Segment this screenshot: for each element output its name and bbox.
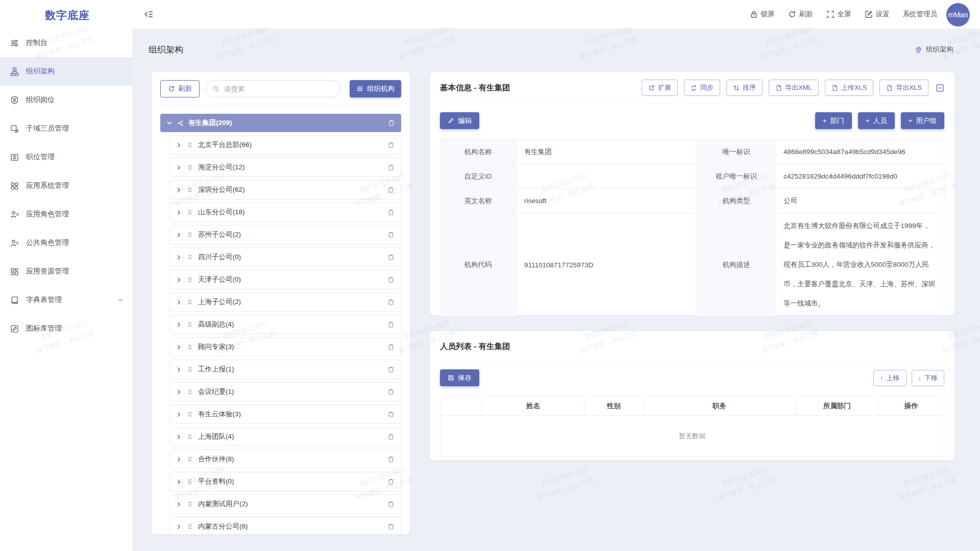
tree-node[interactable]: 北京平台总部(66)	[169, 135, 401, 155]
tree-node[interactable]: 内蒙古分公司(8)	[169, 517, 401, 534]
sidebar-item-icon-library[interactable]: 图标库管理	[0, 314, 133, 343]
tree-search-input[interactable]	[223, 85, 334, 93]
tree-node[interactable]: 海淀分公司(12)	[169, 158, 401, 177]
tree-node[interactable]: 内蒙测试用户(2)	[169, 494, 401, 514]
delete-icon[interactable]	[387, 141, 395, 148]
chevron-right-icon[interactable]	[176, 322, 182, 328]
chevron-right-icon[interactable]	[176, 299, 182, 305]
chevron-right-icon[interactable]	[176, 479, 182, 485]
sidebar-item-org-post[interactable]: 组织岗位	[0, 86, 133, 114]
settings-button[interactable]: 设置	[865, 10, 890, 19]
chevron-right-icon[interactable]	[176, 502, 182, 507]
delete-icon[interactable]	[387, 231, 395, 238]
chevron-right-icon[interactable]	[176, 434, 182, 440]
tree-node[interactable]: 上海子公司(2)	[169, 292, 401, 312]
delete-icon[interactable]	[387, 523, 395, 530]
chevron-right-icon[interactable]	[176, 232, 182, 238]
edit-button[interactable]: 编辑	[440, 112, 479, 129]
upload-xls-button[interactable]: 上传XLS	[825, 80, 874, 96]
drag-handle-icon[interactable]	[187, 389, 193, 395]
expand-button[interactable]: 扩展	[642, 80, 678, 96]
sidebar-item-org-structure[interactable]: 组织架构	[0, 57, 133, 86]
delete-icon[interactable]	[387, 366, 395, 373]
tree-node[interactable]: 工作上报(1)	[169, 360, 401, 379]
drag-handle-icon[interactable]	[187, 523, 193, 530]
delete-icon[interactable]	[387, 411, 395, 418]
delete-icon[interactable]	[387, 500, 395, 508]
org-structure-button[interactable]: 组织机构	[350, 80, 401, 97]
user-avatar[interactable]: mMan	[946, 3, 970, 27]
current-user-name[interactable]: 系统管理员	[903, 10, 938, 19]
sidebar-item-dictionary[interactable]: 字典表管理	[0, 286, 133, 314]
delete-icon[interactable]	[387, 456, 395, 463]
tree-node[interactable]: 有生云体验(3)	[169, 405, 401, 424]
tree-node[interactable]: 深圳分公司(62)	[169, 180, 401, 199]
refresh-page-button[interactable]: 刷新	[788, 10, 813, 19]
delete-icon[interactable]	[387, 298, 395, 306]
delete-icon[interactable]	[387, 254, 395, 261]
drag-handle-icon[interactable]	[187, 434, 193, 440]
tree-node[interactable]: 合作伙伴(8)	[169, 449, 401, 469]
drag-handle-icon[interactable]	[187, 321, 193, 328]
drag-handle-icon[interactable]	[187, 479, 193, 485]
chevron-down-icon[interactable]	[166, 120, 173, 126]
tree-node[interactable]: 会议纪要(1)	[169, 382, 401, 402]
tree-node[interactable]: 顾问专家(3)	[169, 337, 401, 357]
tree-node[interactable]: 天津子公司(0)	[169, 270, 401, 289]
tree-node[interactable]: 山东分公司(18)	[169, 203, 401, 222]
delete-icon[interactable]	[388, 119, 395, 127]
sidebar-item-console[interactable]: 控制台	[0, 29, 133, 57]
sync-button[interactable]: 同步	[684, 80, 720, 96]
tree-search-box[interactable]	[206, 80, 340, 97]
tree-root-node[interactable]: 有生集团(209)	[160, 114, 401, 132]
chevron-right-icon[interactable]	[176, 344, 182, 350]
sidebar-item-app-system[interactable]: 应用系统管理	[0, 171, 133, 200]
chevron-right-icon[interactable]	[176, 277, 182, 283]
collapse-panel-icon[interactable]	[936, 84, 944, 92]
chevron-right-icon[interactable]	[176, 210, 182, 215]
drag-handle-icon[interactable]	[187, 366, 193, 372]
sidebar-item-app-resource[interactable]: 应用资源管理	[0, 257, 133, 286]
export-xml-button[interactable]: 导出XML	[769, 80, 819, 96]
tree-node[interactable]: 上海团队(4)	[169, 427, 401, 446]
add-user-group-button[interactable]: + 用户组	[901, 112, 944, 129]
sort-button[interactable]: 排序	[726, 80, 763, 96]
delete-icon[interactable]	[387, 209, 395, 216]
tree-node[interactable]: 苏州子公司(2)	[169, 225, 401, 244]
tree-refresh-button[interactable]: 刷新	[160, 80, 200, 97]
tree-node[interactable]: 高级副总(4)	[169, 315, 401, 334]
sidebar-item-app-role[interactable]: 应用角色管理	[0, 200, 133, 229]
chevron-right-icon[interactable]	[176, 389, 182, 395]
chevron-right-icon[interactable]	[176, 524, 182, 530]
add-person-button[interactable]: + 人员	[858, 112, 895, 129]
chevron-right-icon[interactable]	[176, 255, 182, 260]
delete-icon[interactable]	[387, 164, 395, 171]
delete-icon[interactable]	[387, 343, 395, 350]
drag-handle-icon[interactable]	[187, 164, 193, 170]
drag-handle-icon[interactable]	[187, 142, 193, 148]
delete-icon[interactable]	[387, 388, 395, 395]
chevron-right-icon[interactable]	[176, 457, 182, 462]
export-xls-button[interactable]: 导出XLS	[879, 80, 928, 96]
tree-node[interactable]: 平台资料(0)	[169, 472, 401, 491]
delete-icon[interactable]	[387, 433, 395, 440]
drag-handle-icon[interactable]	[187, 299, 193, 305]
fullscreen-button[interactable]: 全屏	[826, 10, 851, 19]
sidebar-item-subdomain-admins[interactable]: 子域三员管理	[0, 114, 133, 143]
add-department-button[interactable]: + 部门	[815, 112, 852, 129]
collapse-sidebar-icon[interactable]	[144, 10, 153, 19]
delete-icon[interactable]	[387, 186, 395, 193]
drag-handle-icon[interactable]	[187, 456, 193, 462]
move-up-button[interactable]: ↑ 上移	[873, 370, 906, 386]
drag-handle-icon[interactable]	[187, 501, 193, 507]
drag-handle-icon[interactable]	[187, 254, 193, 260]
drag-handle-icon[interactable]	[187, 411, 193, 417]
drag-handle-icon[interactable]	[187, 209, 193, 215]
sidebar-item-public-role[interactable]: 公共角色管理	[0, 229, 133, 257]
save-button[interactable]: 保存	[440, 369, 479, 386]
move-down-button[interactable]: ↓ 下移	[912, 370, 945, 386]
delete-icon[interactable]	[387, 478, 395, 485]
chevron-right-icon[interactable]	[176, 187, 182, 193]
sidebar-item-position[interactable]: 职位管理	[0, 143, 133, 171]
drag-handle-icon[interactable]	[187, 187, 193, 193]
